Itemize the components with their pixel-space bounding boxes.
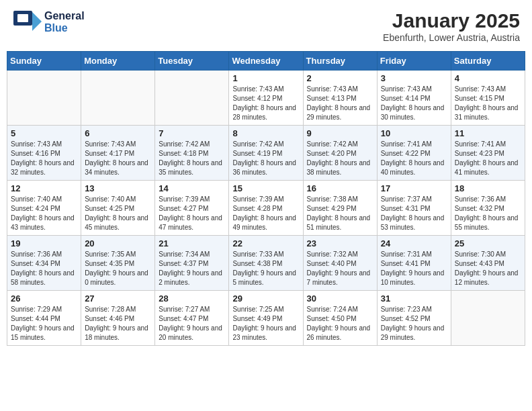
- calendar-cell: 27Sunrise: 7:28 AMSunset: 4:46 PMDayligh…: [81, 291, 155, 346]
- calendar-cell: 7Sunrise: 7:42 AMSunset: 4:18 PMDaylight…: [155, 126, 229, 181]
- day-info: Sunrise: 7:43 AMSunset: 4:12 PMDaylight:…: [232, 85, 299, 122]
- logo: General Blue: [12, 9, 85, 35]
- day-info: Sunrise: 7:24 AMSunset: 4:50 PMDaylight:…: [307, 305, 373, 342]
- day-info: Sunrise: 7:43 AMSunset: 4:13 PMDaylight:…: [307, 85, 373, 122]
- calendar-cell: 15Sunrise: 7:39 AMSunset: 4:28 PMDayligh…: [229, 181, 303, 236]
- day-number: 13: [85, 183, 151, 193]
- logo-general: General: [44, 10, 85, 22]
- day-number: 25: [455, 238, 521, 248]
- calendar-cell: 3Sunrise: 7:43 AMSunset: 4:14 PMDaylight…: [377, 71, 451, 126]
- day-info: Sunrise: 7:40 AMSunset: 4:25 PMDaylight:…: [85, 195, 151, 232]
- weekday-header-row: SundayMondayTuesdayWednesdayThursdayFrid…: [7, 52, 525, 71]
- calendar-cell: [155, 71, 229, 126]
- day-info: Sunrise: 7:34 AMSunset: 4:37 PMDaylight:…: [159, 250, 225, 287]
- weekday-header-wednesday: Wednesday: [229, 52, 303, 71]
- weekday-header-sunday: Sunday: [7, 52, 81, 71]
- day-number: 20: [85, 238, 151, 248]
- day-number: 17: [381, 183, 447, 193]
- calendar-cell: [451, 291, 525, 346]
- day-info: Sunrise: 7:39 AMSunset: 4:27 PMDaylight:…: [159, 195, 225, 232]
- calendar-cell: 18Sunrise: 7:36 AMSunset: 4:32 PMDayligh…: [451, 181, 525, 236]
- logo-text: General Blue: [44, 10, 85, 34]
- day-info: Sunrise: 7:41 AMSunset: 4:22 PMDaylight:…: [381, 140, 447, 177]
- day-info: Sunrise: 7:28 AMSunset: 4:46 PMDaylight:…: [85, 305, 151, 342]
- day-info: Sunrise: 7:37 AMSunset: 4:31 PMDaylight:…: [381, 195, 447, 232]
- day-info: Sunrise: 7:32 AMSunset: 4:40 PMDaylight:…: [307, 250, 373, 287]
- day-number: 30: [307, 293, 373, 304]
- day-number: 22: [232, 238, 299, 248]
- month-title: January 2025: [383, 9, 520, 32]
- day-number: 7: [159, 128, 225, 138]
- day-info: Sunrise: 7:36 AMSunset: 4:34 PMDaylight:…: [11, 250, 77, 287]
- calendar-cell: 10Sunrise: 7:41 AMSunset: 4:22 PMDayligh…: [377, 126, 451, 181]
- calendar-cell: 2Sunrise: 7:43 AMSunset: 4:13 PMDaylight…: [303, 71, 377, 126]
- calendar-cell: 28Sunrise: 7:27 AMSunset: 4:47 PMDayligh…: [155, 291, 229, 346]
- calendar-cell: 29Sunrise: 7:25 AMSunset: 4:49 PMDayligh…: [229, 291, 303, 346]
- calendar-week-row: 1Sunrise: 7:43 AMSunset: 4:12 PMDaylight…: [7, 71, 525, 126]
- weekday-header-monday: Monday: [81, 52, 155, 71]
- day-number: 19: [11, 238, 77, 248]
- day-number: 11: [455, 128, 521, 138]
- calendar-cell: 8Sunrise: 7:42 AMSunset: 4:19 PMDaylight…: [229, 126, 303, 181]
- calendar-cell: 21Sunrise: 7:34 AMSunset: 4:37 PMDayligh…: [155, 236, 229, 291]
- calendar-cell: 25Sunrise: 7:30 AMSunset: 4:43 PMDayligh…: [451, 236, 525, 291]
- calendar-cell: 17Sunrise: 7:37 AMSunset: 4:31 PMDayligh…: [377, 181, 451, 236]
- day-number: 21: [159, 238, 225, 248]
- day-info: Sunrise: 7:43 AMSunset: 4:16 PMDaylight:…: [11, 140, 77, 177]
- day-info: Sunrise: 7:42 AMSunset: 4:20 PMDaylight:…: [307, 140, 373, 177]
- day-info: Sunrise: 7:33 AMSunset: 4:38 PMDaylight:…: [232, 250, 299, 287]
- calendar-cell: 19Sunrise: 7:36 AMSunset: 4:34 PMDayligh…: [7, 236, 81, 291]
- day-info: Sunrise: 7:42 AMSunset: 4:19 PMDaylight:…: [232, 140, 299, 177]
- day-info: Sunrise: 7:31 AMSunset: 4:41 PMDaylight:…: [381, 250, 447, 287]
- day-info: Sunrise: 7:43 AMSunset: 4:15 PMDaylight:…: [455, 85, 521, 122]
- calendar-cell: 12Sunrise: 7:40 AMSunset: 4:24 PMDayligh…: [7, 181, 81, 236]
- weekday-header-saturday: Saturday: [451, 52, 525, 71]
- calendar-cell: 5Sunrise: 7:43 AMSunset: 4:16 PMDaylight…: [7, 126, 81, 181]
- calendar-week-row: 5Sunrise: 7:43 AMSunset: 4:16 PMDaylight…: [7, 126, 525, 181]
- day-number: 16: [307, 183, 373, 193]
- calendar-week-row: 26Sunrise: 7:29 AMSunset: 4:44 PMDayligh…: [7, 291, 525, 346]
- calendar-cell: 30Sunrise: 7:24 AMSunset: 4:50 PMDayligh…: [303, 291, 377, 346]
- logo-icon: [12, 9, 42, 35]
- day-info: Sunrise: 7:36 AMSunset: 4:32 PMDaylight:…: [455, 195, 521, 232]
- day-number: 23: [307, 238, 373, 248]
- day-info: Sunrise: 7:40 AMSunset: 4:24 PMDaylight:…: [11, 195, 77, 232]
- calendar-cell: [7, 71, 81, 126]
- calendar-cell: 14Sunrise: 7:39 AMSunset: 4:27 PMDayligh…: [155, 181, 229, 236]
- day-info: Sunrise: 7:23 AMSunset: 4:52 PMDaylight:…: [381, 305, 447, 342]
- weekday-header-thursday: Thursday: [303, 52, 377, 71]
- day-info: Sunrise: 7:41 AMSunset: 4:23 PMDaylight:…: [455, 140, 521, 177]
- day-number: 2: [307, 73, 373, 83]
- calendar-cell: 1Sunrise: 7:43 AMSunset: 4:12 PMDaylight…: [229, 71, 303, 126]
- title-block: January 2025 Ebenfurth, Lower Austria, A…: [383, 9, 520, 43]
- day-number: 15: [232, 183, 299, 193]
- day-number: 4: [455, 73, 521, 83]
- day-number: 29: [232, 293, 299, 304]
- day-info: Sunrise: 7:30 AMSunset: 4:43 PMDaylight:…: [455, 250, 521, 287]
- svg-rect-1: [17, 14, 28, 22]
- logo-blue: Blue: [44, 22, 85, 34]
- day-info: Sunrise: 7:43 AMSunset: 4:17 PMDaylight:…: [85, 140, 151, 177]
- day-number: 26: [11, 293, 77, 304]
- day-number: 10: [381, 128, 447, 138]
- day-number: 14: [159, 183, 225, 193]
- day-info: Sunrise: 7:25 AMSunset: 4:49 PMDaylight:…: [232, 305, 299, 342]
- day-number: 8: [232, 128, 299, 138]
- day-info: Sunrise: 7:42 AMSunset: 4:18 PMDaylight:…: [159, 140, 225, 177]
- day-number: 1: [232, 73, 299, 83]
- calendar-cell: 4Sunrise: 7:43 AMSunset: 4:15 PMDaylight…: [451, 71, 525, 126]
- calendar-cell: 26Sunrise: 7:29 AMSunset: 4:44 PMDayligh…: [7, 291, 81, 346]
- day-number: 9: [307, 128, 373, 138]
- day-info: Sunrise: 7:35 AMSunset: 4:35 PMDaylight:…: [85, 250, 151, 287]
- calendar-cell: 16Sunrise: 7:38 AMSunset: 4:29 PMDayligh…: [303, 181, 377, 236]
- calendar-cell: 20Sunrise: 7:35 AMSunset: 4:35 PMDayligh…: [81, 236, 155, 291]
- weekday-header-tuesday: Tuesday: [155, 52, 229, 71]
- calendar-week-row: 19Sunrise: 7:36 AMSunset: 4:34 PMDayligh…: [7, 236, 525, 291]
- day-info: Sunrise: 7:29 AMSunset: 4:44 PMDaylight:…: [11, 305, 77, 342]
- day-info: Sunrise: 7:43 AMSunset: 4:14 PMDaylight:…: [381, 85, 447, 122]
- calendar-cell: 9Sunrise: 7:42 AMSunset: 4:20 PMDaylight…: [303, 126, 377, 181]
- page-header: General Blue January 2025 Ebenfurth, Low…: [7, 7, 525, 46]
- calendar-week-row: 12Sunrise: 7:40 AMSunset: 4:24 PMDayligh…: [7, 181, 525, 236]
- calendar-table: SundayMondayTuesdayWednesdayThursdayFrid…: [7, 51, 525, 346]
- location-title: Ebenfurth, Lower Austria, Austria: [383, 32, 520, 43]
